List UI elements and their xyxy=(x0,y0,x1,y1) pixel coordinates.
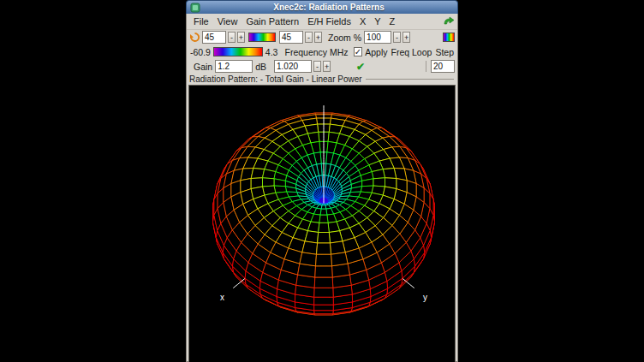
menu-gain-pattern[interactable]: Gain Pattern xyxy=(242,15,303,27)
gain-toolbar: Gain 1.2 dB 1.020 - + ✔ 20 xyxy=(187,59,457,74)
menu-bar: File View Gain Pattern E/H Fields X Y Z xyxy=(187,14,457,30)
frequency-spinner-input[interactable]: 1.020 xyxy=(274,60,312,73)
title-bar[interactable]: Xnec2c: Radiation Patterns xyxy=(186,0,458,14)
apply-checkbox[interactable]: ✓ xyxy=(354,47,363,56)
radiation-plot-svg: x y xyxy=(189,86,455,362)
rotate-minus-button[interactable]: - xyxy=(228,32,236,43)
view-toolbar: 45 - + 45 - + Zoom % 100 - + xyxy=(187,30,457,45)
menu-view[interactable]: View xyxy=(213,15,242,27)
zoom-spinner-input[interactable]: 100 xyxy=(364,31,391,44)
gain-unit-label: dB xyxy=(254,62,267,72)
apply-frequency-button[interactable]: ✔ xyxy=(356,62,365,72)
menu-z[interactable]: Z xyxy=(385,15,400,27)
colorscale-max-value: 4.3 xyxy=(265,47,279,57)
frequency-label: Frequency MHz xyxy=(283,47,349,57)
menu-eh-fields[interactable]: E/H Fields xyxy=(303,15,355,27)
colormap-toggle-button[interactable] xyxy=(443,33,455,42)
plot-frame-label: Radiation Pattern: - Total Gain - Linear… xyxy=(189,74,362,84)
radiation-pattern-canvas[interactable]: x y xyxy=(188,85,456,362)
xnec2c-radiation-window: Xnec2c: Radiation Patterns File View Gai… xyxy=(186,0,458,362)
window-title: Xnec2c: Radiation Patterns xyxy=(204,3,454,12)
freq-steps-field[interactable]: 20 xyxy=(431,60,455,73)
rotate-icon xyxy=(189,32,200,43)
axis-y-label: y xyxy=(423,293,427,302)
menu-x[interactable]: X xyxy=(355,15,370,27)
redraw-loop-button[interactable] xyxy=(443,15,455,27)
gain-colorscale xyxy=(213,47,263,56)
rotate-reset-button[interactable] xyxy=(189,32,200,44)
incline-minus-button[interactable]: - xyxy=(305,32,313,43)
menu-file[interactable]: File xyxy=(189,15,213,27)
incline-plus-button[interactable]: + xyxy=(314,32,322,43)
zoom-plus-button[interactable]: + xyxy=(402,32,410,43)
zoom-minus-button[interactable]: - xyxy=(393,32,401,43)
colormap-strip-button[interactable] xyxy=(248,33,276,42)
rotate-spinner-input[interactable]: 45 xyxy=(202,31,226,44)
frame-rule xyxy=(366,79,454,80)
gain-value-field[interactable]: 1.2 xyxy=(215,60,253,73)
step-label: Step xyxy=(434,47,455,57)
window-body: File View Gain Pattern E/H Fields X Y Z xyxy=(186,14,458,362)
frequency-plus-button[interactable]: + xyxy=(323,61,331,72)
frequency-toolbar: -60.9 4.3 Frequency MHz ✓ Apply Freq Loo… xyxy=(187,45,457,59)
menu-y[interactable]: Y xyxy=(370,15,385,27)
toolbar-separator xyxy=(426,61,426,72)
frequency-minus-button[interactable]: - xyxy=(313,61,321,72)
incline-spinner-input[interactable]: 45 xyxy=(279,31,303,44)
zoom-label: Zoom % xyxy=(327,33,362,43)
apply-label: Apply xyxy=(364,47,388,57)
green-arrow-icon xyxy=(443,16,455,27)
colorscale-min-value: -60.9 xyxy=(189,47,212,57)
freq-loop-label: Freq Loop xyxy=(391,47,433,57)
plot-frame-header: Radiation Pattern: - Total Gain - Linear… xyxy=(187,74,457,85)
plot-geometry xyxy=(213,105,435,315)
gain-label: Gain xyxy=(193,62,213,72)
app-icon xyxy=(190,3,200,13)
rotate-plus-button[interactable]: + xyxy=(237,32,245,43)
axis-x-label: x xyxy=(220,293,224,302)
